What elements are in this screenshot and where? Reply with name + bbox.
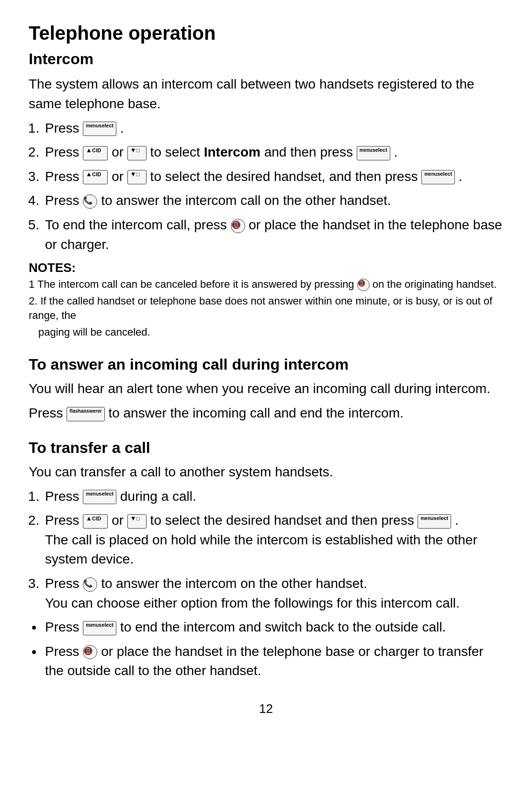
section2-title: To answer an incoming call during interc… <box>29 353 503 375</box>
section3-title: To transfer a call <box>29 437 503 459</box>
menu-select-key-t2b: menuselect <box>418 514 451 529</box>
section1-intro: The system allows an intercom call betwe… <box>29 75 503 113</box>
step-3: Press ▲CID or ▼□ to select the desired h… <box>43 167 503 187</box>
section3-choose: You can choose either option from the fo… <box>45 596 460 610</box>
menu-select-key-s3b: menuselect <box>421 170 455 184</box>
menu-select-key-t1: menuselect <box>83 490 116 504</box>
section1-subtitle: Intercom <box>29 48 503 70</box>
end-key-s5: 📵 <box>231 219 245 233</box>
vol-down-key-t2: ▼□ <box>127 514 147 529</box>
talk-key-s4: 📞 <box>83 194 97 209</box>
section3-hold-text: The call is placed on hold while the int… <box>45 532 477 567</box>
note-2: 2. If the called handset or telephone ba… <box>29 294 503 324</box>
section2-body: Press flashanswerer to answer the incomi… <box>29 404 503 423</box>
note-2-cont: paging will be canceled. <box>29 325 503 340</box>
step-5: To end the intercom call, press 📵 or pla… <box>43 215 503 254</box>
notes-label: NOTES: <box>29 259 503 277</box>
page-number: 12 <box>29 700 503 718</box>
menu-select-key-s2b: menuselect <box>357 146 390 160</box>
section3-step-3: Press 📞 to answer the intercom on the ot… <box>43 574 503 613</box>
section3-steps-list: Press menuselect during a call. Press ▲C… <box>43 487 503 613</box>
flash-key-s2: flashanswerer <box>67 407 104 421</box>
section1-steps-list: Press menuselect . Press ▲CID or ▼□ to s… <box>43 119 503 255</box>
section3-bullet-1: Press menuselect to end the intercom and… <box>43 618 503 637</box>
section3-bullet-2: Press 📵 or place the handset in the tele… <box>43 642 503 681</box>
note-1: 1 The intercom call can be canceled befo… <box>29 277 503 292</box>
end-key-b2: 📵 <box>83 645 97 659</box>
cid-up-key-s3: ▲CID <box>83 170 108 184</box>
menu-select-key-s1: menuselect <box>83 122 116 136</box>
section3-bullets-list: Press menuselect to end the intercom and… <box>43 618 503 681</box>
menu-select-key-b1: menuselect <box>83 621 116 635</box>
cid-up-key-s2: ▲CID <box>83 146 108 160</box>
section3-step-1: Press menuselect during a call. <box>43 487 503 507</box>
vol-down-key-s3: ▼□ <box>127 170 147 184</box>
talk-key-t3: 📞 <box>83 577 97 592</box>
section3-intro: You can transfer a call to another syste… <box>29 463 503 482</box>
step-4: Press 📞 to answer the intercom call on t… <box>43 191 503 211</box>
page-title: Telephone operation <box>29 19 503 47</box>
vol-down-key-s2: ▼□ <box>127 146 147 160</box>
section3-step-2: Press ▲CID or ▼□ to select the desired h… <box>43 511 503 569</box>
step-2: Press ▲CID or ▼□ to select Intercom and … <box>43 143 503 162</box>
cid-up-key-t2: ▲CID <box>83 514 108 529</box>
section2-intro: You will hear an alert tone when you rec… <box>29 379 503 399</box>
end-key-note1: 📵 <box>357 279 370 291</box>
step-1: Press menuselect . <box>43 119 503 138</box>
page-container: Telephone operation Intercom The system … <box>29 19 503 718</box>
